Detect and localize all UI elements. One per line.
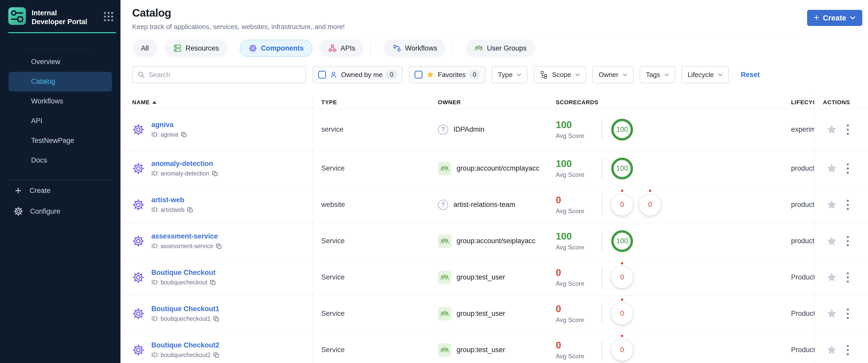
tab-label: Workflows [405,44,437,52]
row-menu-button[interactable] [845,123,850,137]
create-button[interactable]: + Create [807,10,862,26]
search-input[interactable] [149,71,301,79]
people-icon [440,273,449,282]
avg-score-value: 0 [556,340,602,351]
reset-filters-link[interactable]: Reset [741,71,760,79]
avg-score-block: 0 Avg Score [556,195,602,215]
table-row: artist-web ID: artistweb website ? [121,187,868,223]
component-gear-icon [132,307,145,320]
avg-score-label: Avg Score [556,244,602,251]
row-menu-button[interactable] [845,162,850,175]
favorite-star-button[interactable] [826,199,837,211]
scorecard-divider [602,339,602,361]
copy-icon[interactable] [187,207,193,213]
favorite-star-button[interactable] [826,344,837,356]
entity-name-link[interactable]: Boutique Checkout1 [151,305,219,313]
favorite-star-button[interactable] [826,163,837,174]
app-logo[interactable] [8,7,26,25]
tab-workflows[interactable]: Workflows [384,40,446,57]
row-menu-button[interactable] [845,307,850,321]
sidebar-item-testnewpage[interactable]: TestNewPage [0,131,121,151]
sidebar-footer: + Create Configure [0,180,121,222]
entity-id: ID: agniva [151,131,187,138]
star-icon [826,124,837,135]
dropdown-label: Lifecycle [688,71,714,79]
type-cell: service [321,109,344,150]
row-menu-button[interactable] [845,234,850,248]
actions-cell [826,332,850,363]
favorite-star-button[interactable] [826,272,837,283]
scope-dropdown[interactable]: Scope [534,66,586,83]
favorite-star-button[interactable] [826,308,837,320]
copy-icon[interactable] [216,243,222,249]
apps-grid-icon[interactable] [104,12,113,21]
tab-resources[interactable]: Resources [164,40,228,57]
row-menu-button[interactable] [845,271,850,284]
page-title: Catalog [132,7,171,19]
sidebar-item-catalog[interactable]: Catalog [8,72,112,92]
copy-icon[interactable] [210,279,216,286]
page-subtitle: Keep track of applications, services, we… [132,23,345,31]
people-icon [440,309,449,318]
owner-name[interactable]: group:test_user [457,346,505,354]
entity-name-link[interactable]: assessment-service [151,232,222,240]
table-row: agniva ID: agniva service ? [121,109,868,150]
copy-icon[interactable] [213,316,219,322]
owner-dropdown[interactable]: Owner [592,66,633,83]
tab-components[interactable]: Components [240,40,312,57]
favorites-checkbox[interactable] [414,71,422,79]
plus-icon: + [814,13,819,22]
api-nodes-icon [328,44,337,53]
tab-user-groups[interactable]: User Groups [466,40,535,57]
tags-dropdown[interactable]: Tags [640,66,675,83]
favorite-star-button[interactable] [826,124,837,135]
favorites-filter[interactable]: Favorites 0 [409,66,486,83]
sidebar-item-label: API [31,117,42,125]
row-menu-button[interactable] [845,198,850,212]
tab-apis[interactable]: APIs [319,40,364,57]
owner-name[interactable]: artist-relations-team [454,201,515,209]
sidebar-create-button[interactable]: + Create [0,180,121,201]
entity-name-link[interactable]: Boutique Checkout2 [151,341,219,349]
lifecycle-dropdown[interactable]: Lifecycle [681,66,729,83]
tab-all[interactable]: All [132,40,158,57]
scorecard-badges: 00 [611,194,661,216]
favorite-star-button[interactable] [826,236,837,247]
owner-name[interactable]: group:account/ccmplayacc [457,164,539,173]
entity-id-text: ID: agniva [151,131,178,138]
sidebar-item-api[interactable]: API [0,111,121,131]
dropdown-label: Tags [646,71,660,79]
search-box[interactable] [132,66,306,83]
owned-by-me-filter[interactable]: Owned by me 0 [312,66,403,83]
sidebar-item-workflows[interactable]: Workflows [0,92,121,111]
owner-name[interactable]: group:account/seiplayacc [457,237,535,245]
row-menu-button[interactable] [845,343,850,357]
column-header-name[interactable]: NAME [132,99,156,106]
owner-name[interactable]: IDPAdmin [454,125,485,133]
chevron-down-icon [850,16,856,20]
entity-id: ID: artistweb [151,206,193,213]
copy-icon[interactable] [181,132,187,138]
entity-name-link[interactable]: artist-web [151,196,193,204]
owner-name[interactable]: group:test_user [457,310,505,317]
scorecard-badge: 0 [639,194,661,216]
sidebar-item-docs[interactable]: Docs [0,151,121,170]
copy-icon[interactable] [213,352,219,358]
type-dropdown[interactable]: Type [492,66,528,83]
name-block: assessment-service ID: assessment-servic… [151,232,222,250]
owner-name[interactable]: group:test_user [457,273,505,281]
people-icon [440,345,449,355]
sidebar-item-overview[interactable]: Overview [0,52,121,72]
entity-name-link[interactable]: Boutique Checkout [151,269,216,277]
dropdown-label: Owner [598,71,618,79]
tab-label: User Groups [487,44,527,52]
copy-icon[interactable] [212,171,218,177]
entity-name-link[interactable]: anomaly-detection [151,160,218,168]
avg-score-value: 100 [556,158,602,169]
people-icon [440,164,449,173]
name-cell: Boutique Checkout2 ID: boutiquecheckout2 [132,332,219,363]
actions-cell [826,296,850,332]
entity-name-link[interactable]: agniva [151,121,187,129]
sidebar-configure-button[interactable]: Configure [0,201,121,222]
owned-by-me-checkbox[interactable] [318,71,326,79]
